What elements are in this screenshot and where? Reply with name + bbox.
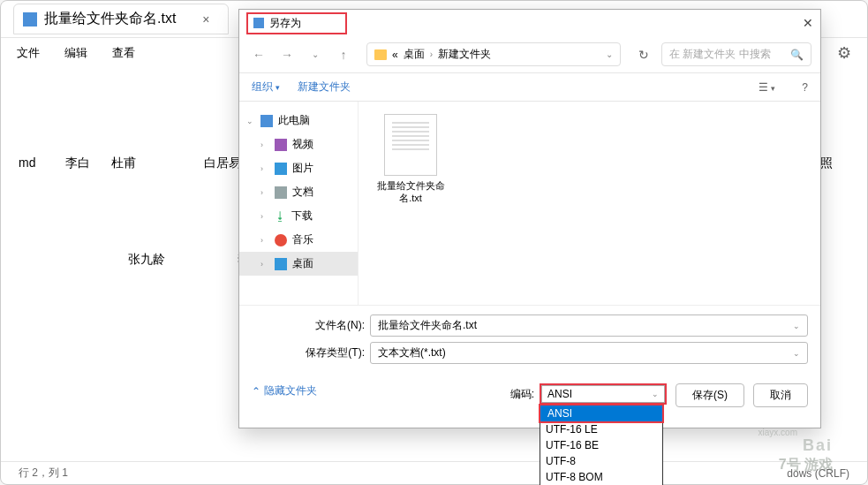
encoding-dropdown: ANSI UTF-16 LE UTF-16 BE UTF-8 UTF-8 BOM — [540, 405, 663, 485]
breadcrumb-sep: « — [392, 49, 398, 61]
cancel-button[interactable]: 取消 — [753, 383, 808, 407]
chevron-right-icon[interactable]: › — [260, 164, 269, 173]
save-as-dialog: 另存为 ✕ ← → ⌄ ↑ « 桌面 › 新建文件夹 ⌄ ↻ 在 新建文件夹 中… — [238, 9, 821, 428]
nav-up-button[interactable]: ↑ — [333, 44, 354, 65]
dialog-title-highlight: 另存为 — [246, 12, 347, 34]
hide-folders-button[interactable]: ⌃ 隐藏文件夹 — [252, 383, 317, 398]
menu-edit[interactable]: 编辑 — [64, 45, 87, 61]
text — [183, 243, 232, 275]
encoding-highlight: ANSI ⌄ — [540, 383, 667, 405]
text — [19, 243, 68, 275]
file-name: 批量给文件夹命名.txt — [371, 179, 450, 205]
text: 杜甫 — [111, 147, 153, 178]
chevron-down-icon[interactable]: ⌄ — [793, 349, 800, 358]
encoding-select[interactable]: ANSI ⌄ — [541, 385, 665, 403]
address-bar[interactable]: « 桌面 › 新建文件夹 ⌄ — [366, 42, 621, 66]
view-button[interactable]: ☰ ▾ — [759, 81, 775, 94]
file-item[interactable]: 批量给文件夹命名.txt — [371, 114, 450, 205]
watermark: 7号 游戏 — [779, 456, 833, 474]
search-placeholder: 在 新建文件夹 中搜索 — [669, 47, 790, 62]
desktop-icon — [275, 258, 287, 270]
text: md — [19, 147, 60, 178]
filename-label: 文件名(N): — [252, 318, 365, 333]
save-button[interactable]: 保存(S) — [676, 383, 744, 407]
menu-file[interactable]: 文件 — [17, 45, 40, 61]
chevron-right-icon[interactable]: › — [260, 260, 269, 269]
tree-desktop[interactable]: › 桌面 — [239, 252, 358, 276]
chevron-down-icon[interactable]: ⌄ — [652, 390, 659, 398]
nav-chevron-down-icon[interactable]: ⌄ — [305, 44, 326, 65]
dialog-body: ⌄ 此电脑 › 视频 › 图片 › 文档 › ⭳ 下载 — [239, 102, 820, 305]
dialog-close-button[interactable]: ✕ — [803, 16, 813, 30]
chevron-right-icon[interactable]: › — [260, 236, 269, 245]
search-icon[interactable]: 🔍 — [790, 49, 804, 61]
search-input[interactable]: 在 新建文件夹 中搜索 🔍 — [661, 42, 811, 66]
tree-this-pc[interactable]: ⌄ 此电脑 — [239, 109, 358, 133]
nav-back-button[interactable]: ← — [248, 44, 269, 65]
encoding-option-utf8bom[interactable]: UTF-8 BOM — [540, 469, 662, 485]
tree-downloads[interactable]: › ⭳ 下载 — [239, 204, 358, 228]
text: 张九龄 — [128, 243, 177, 275]
tab-close-icon[interactable]: × — [202, 12, 209, 27]
dialog-titlebar[interactable]: 另存为 ✕ — [239, 10, 820, 36]
notepad-tab[interactable]: 批量给文件夹命名.txt × — [13, 4, 229, 34]
chevron-down-icon[interactable]: ⌄ — [606, 49, 613, 59]
filetype-value: 文本文档(*.txt) — [378, 345, 446, 360]
tree-video[interactable]: › 视频 — [239, 133, 358, 156]
dialog-title: 另存为 — [269, 16, 301, 31]
chevron-right-icon[interactable]: › — [260, 212, 269, 221]
encoding-option-ansi[interactable]: ANSI — [539, 404, 664, 423]
tree-music[interactable]: › 音乐 — [239, 228, 358, 252]
watermark: xiayx.com — [759, 428, 797, 437]
breadcrumb-folder[interactable]: 新建文件夹 — [438, 47, 491, 62]
tree-documents[interactable]: › 文档 — [239, 180, 358, 204]
tree-label: 桌面 — [292, 256, 313, 271]
tree-label: 此电脑 — [278, 113, 310, 128]
text — [158, 147, 200, 178]
image-icon — [275, 163, 287, 175]
tree-label: 视频 — [292, 137, 313, 152]
chevron-right-icon[interactable]: › — [260, 188, 269, 197]
dialog-nav-toolbar: ← → ⌄ ↑ « 桌面 › 新建文件夹 ⌄ ↻ 在 新建文件夹 中搜索 🔍 — [239, 36, 820, 73]
watermark: Bai — [803, 436, 833, 455]
cursor-position: 行 2，列 1 — [19, 466, 68, 481]
tree-label: 音乐 — [292, 232, 313, 247]
encoding-option-utf8[interactable]: UTF-8 — [540, 453, 662, 469]
chevron-up-icon: ⌃ — [252, 385, 260, 398]
encoding-label: 编码: — [510, 383, 534, 402]
nav-forward-button[interactable]: → — [276, 44, 298, 65]
new-folder-button[interactable]: 新建文件夹 — [298, 80, 351, 95]
download-icon: ⭳ — [275, 209, 286, 223]
tree-label: 图片 — [292, 161, 313, 176]
encoding-value: ANSI — [547, 388, 572, 400]
dialog-app-icon — [253, 18, 264, 28]
dialog-actionbar: 组织 ▾ 新建文件夹 ☰ ▾ ? — [239, 73, 820, 102]
chevron-right-icon: › — [430, 49, 433, 59]
file-list-area[interactable]: 批量给文件夹命名.txt — [359, 102, 820, 305]
music-icon — [275, 234, 287, 246]
filename-value: 批量给文件夹命名.txt — [378, 318, 477, 333]
tree-label: 下载 — [291, 208, 313, 224]
help-icon[interactable]: ? — [802, 81, 808, 94]
text — [73, 243, 123, 275]
folder-icon — [374, 49, 387, 60]
organize-button[interactable]: 组织 ▾ — [252, 80, 280, 95]
breadcrumb-desktop[interactable]: 桌面 — [404, 47, 425, 62]
chevron-right-icon[interactable]: › — [260, 140, 269, 149]
encoding-option-utf16be[interactable]: UTF-16 BE — [540, 437, 662, 453]
tree-image[interactable]: › 图片 — [239, 156, 358, 180]
chevron-down-icon[interactable]: ⌄ — [246, 117, 255, 125]
filetype-select[interactable]: 文本文档(*.txt) ⌄ — [370, 342, 808, 364]
dialog-footer: 文件名(N): 批量给文件夹命名.txt ⌄ 保存类型(T): 文本文档(*.t… — [239, 305, 820, 378]
encoding-option-utf16le[interactable]: UTF-16 LE — [540, 421, 662, 437]
filename-input[interactable]: 批量给文件夹命名.txt ⌄ — [370, 314, 808, 337]
refresh-button[interactable]: ↻ — [633, 48, 654, 62]
document-icon — [275, 186, 287, 199]
chevron-down-icon[interactable]: ⌄ — [793, 322, 800, 330]
filetype-label: 保存类型(T): — [252, 345, 365, 360]
text: 李白 — [65, 147, 107, 178]
settings-icon[interactable]: ⚙ — [837, 43, 851, 63]
tab-title: 批量给文件夹命名.txt — [44, 10, 176, 28]
dialog-bottom-row: ⌃ 隐藏文件夹 编码: ANSI ⌄ ANSI UTF-16 LE UTF-16… — [239, 378, 820, 416]
menu-view[interactable]: 查看 — [112, 45, 135, 61]
